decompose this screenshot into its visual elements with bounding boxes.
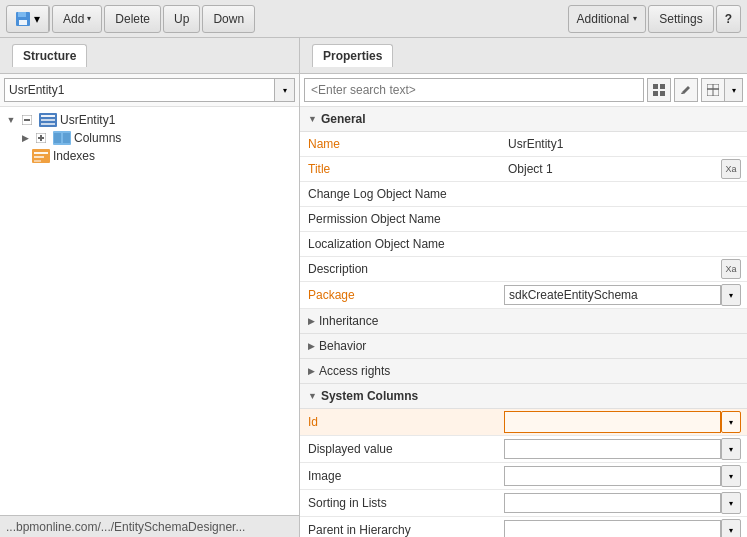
help-button[interactable]: ?	[716, 5, 741, 33]
svg-rect-1	[18, 12, 26, 17]
left-panel: Structure UsrEntity1 ▾ ▼	[0, 38, 300, 537]
columns-item[interactable]: ▶ Co	[18, 129, 295, 147]
displayed-value-row: Displayed value ▾	[300, 436, 747, 463]
title-value: Xa	[500, 157, 747, 181]
sorting-input[interactable]	[504, 493, 721, 513]
package-row: Package ▾	[300, 282, 747, 309]
svg-rect-19	[653, 84, 658, 89]
parent-hierarchy-label: Parent in Hierarchy	[300, 519, 500, 537]
properties-tab[interactable]: Properties	[300, 38, 747, 74]
id-dropdown-btn[interactable]: ▾	[721, 411, 741, 433]
down-button[interactable]: Down	[202, 5, 255, 33]
image-label: Image	[300, 465, 500, 487]
parent-hierarchy-dropdown-btn[interactable]: ▾	[721, 519, 741, 537]
right-panel: Properties	[300, 38, 747, 537]
localization-input[interactable]	[504, 234, 743, 254]
search-row: ▾	[300, 74, 747, 107]
displayed-value-dropdown-btn[interactable]: ▾	[721, 438, 741, 460]
sorting-label: Sorting in Lists	[300, 492, 500, 514]
structure-tree: ▼ UsrEntity1	[0, 107, 299, 515]
id-value: ▾	[500, 409, 747, 435]
description-xa-button[interactable]: Xa	[721, 259, 741, 279]
settings-button[interactable]: Settings	[648, 5, 713, 33]
parent-hierarchy-row: Parent in Hierarchy ▾	[300, 517, 747, 537]
localization-label: Localization Object Name	[300, 233, 500, 255]
system-columns-section-header[interactable]: ▼ System Columns	[300, 384, 747, 409]
root-toggle-icon[interactable]: ▼	[4, 115, 18, 125]
svg-rect-20	[660, 84, 665, 89]
tree-root-item[interactable]: ▼ UsrEntity1	[4, 111, 295, 129]
edit-button[interactable]	[674, 78, 698, 102]
general-section-header[interactable]: ▼ General	[300, 107, 747, 132]
columns-expand-icon	[32, 131, 50, 145]
id-input[interactable]	[504, 411, 721, 433]
id-label: Id	[300, 411, 500, 433]
package-label: Package	[300, 284, 500, 306]
package-value: ▾	[500, 282, 747, 308]
change-log-input[interactable]	[504, 184, 743, 204]
grid-view-button[interactable]	[647, 78, 671, 102]
behavior-toggle-icon: ▶	[308, 341, 315, 351]
behavior-section-header[interactable]: ▶ Behavior	[300, 334, 747, 359]
localization-row: Localization Object Name	[300, 232, 747, 257]
image-input[interactable]	[504, 466, 721, 486]
properties-content: ▼ General Name Title Xa Change Log	[300, 107, 747, 537]
columns-icon	[53, 131, 71, 145]
image-dropdown-btn[interactable]: ▾	[721, 465, 741, 487]
parent-hierarchy-value: ▾	[500, 517, 747, 537]
status-bar: ...bpmonline.com/.../EntitySchemaDesigne…	[0, 515, 299, 537]
save-main-button[interactable]: ▾	[7, 7, 49, 31]
description-value: Xa	[500, 257, 747, 281]
package-dropdown-btn[interactable]: ▾	[721, 284, 741, 306]
toolbar-left: ▾ Add ▾ Delete Up Down	[6, 5, 568, 33]
access-rights-section-header[interactable]: ▶ Access rights	[300, 359, 747, 384]
minus-box-icon	[22, 115, 32, 125]
displayed-value-label: Displayed value	[300, 438, 500, 460]
toolbar: ▾ Add ▾ Delete Up Down Additional ▾ Sett…	[0, 0, 747, 38]
title-xa-button[interactable]: Xa	[721, 159, 741, 179]
additional-button[interactable]: Additional ▾	[568, 5, 647, 33]
system-columns-toggle-icon: ▼	[308, 391, 317, 401]
description-row: Description Xa	[300, 257, 747, 282]
image-value: ▾	[500, 463, 747, 489]
parent-hierarchy-input[interactable]	[504, 520, 721, 537]
svg-rect-16	[34, 152, 48, 154]
permission-input[interactable]	[504, 209, 743, 229]
entity-dropdown-arrow[interactable]: ▾	[275, 78, 295, 102]
svg-rect-18	[34, 160, 41, 162]
name-value	[500, 132, 747, 156]
search-input[interactable]	[304, 78, 644, 102]
id-row: Id ▾	[300, 409, 747, 436]
permission-value	[500, 207, 747, 231]
save-split-button[interactable]: ▾	[6, 5, 50, 33]
toolbar-right: Additional ▾ Settings ?	[568, 5, 741, 33]
svg-rect-7	[41, 119, 55, 121]
svg-rect-14	[63, 133, 70, 143]
entity-select[interactable]: UsrEntity1	[4, 78, 275, 102]
sorting-row: Sorting in Lists ▾	[300, 490, 747, 517]
delete-button[interactable]: Delete	[104, 5, 161, 33]
columns-tree-item: ▶ Co	[4, 129, 295, 147]
description-input[interactable]	[504, 259, 721, 279]
root-label: UsrEntity1	[60, 113, 115, 127]
add-chevron-icon: ▾	[87, 14, 91, 23]
displayed-value-input[interactable]	[504, 439, 721, 459]
up-button[interactable]: Up	[163, 5, 200, 33]
name-row: Name	[300, 132, 747, 157]
title-row: Title Xa	[300, 157, 747, 182]
name-input[interactable]	[504, 134, 743, 154]
general-toggle-icon: ▼	[308, 114, 317, 124]
table-view-arrow[interactable]: ▾	[725, 78, 743, 102]
columns-toggle-icon[interactable]: ▶	[18, 133, 32, 143]
inheritance-section-header[interactable]: ▶ Inheritance	[300, 309, 747, 334]
localization-value	[500, 232, 747, 256]
permission-row: Permission Object Name	[300, 207, 747, 232]
add-button[interactable]: Add ▾	[52, 5, 102, 33]
sorting-dropdown-btn[interactable]: ▾	[721, 492, 741, 514]
indexes-item[interactable]: Indexes	[18, 147, 295, 165]
entity-dropdown-row: UsrEntity1 ▾	[0, 74, 299, 107]
title-input[interactable]	[504, 159, 721, 179]
package-input[interactable]	[504, 285, 721, 305]
table-view-button[interactable]	[701, 78, 725, 102]
structure-tab[interactable]: Structure	[0, 38, 299, 74]
